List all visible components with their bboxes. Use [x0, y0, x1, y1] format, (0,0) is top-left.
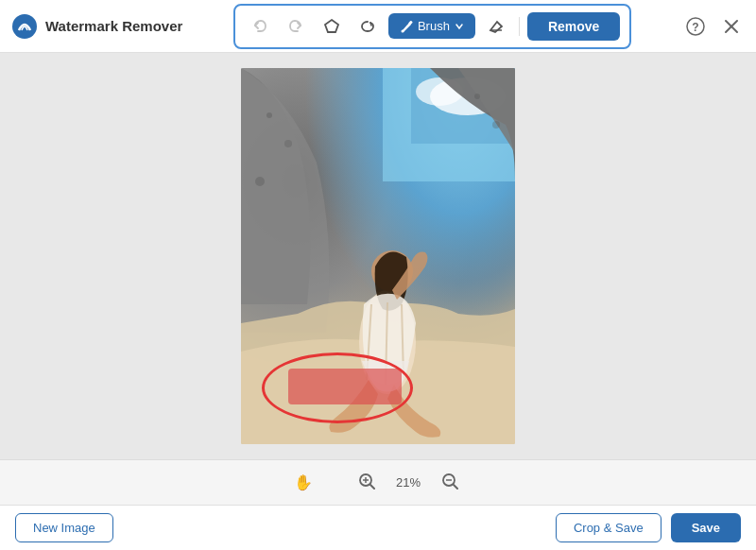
undo-button[interactable]: [245, 11, 275, 42]
help-icon: ?: [686, 17, 705, 36]
close-icon: [724, 19, 739, 34]
polygon-button[interactable]: [317, 11, 347, 42]
lasso-button[interactable]: [352, 11, 383, 42]
eraser-icon: [488, 18, 505, 35]
app-logo-icon: [11, 13, 38, 40]
header-right: ?: [682, 13, 745, 40]
app-title: Watermark Remover: [45, 18, 182, 34]
toolbar-divider: [519, 17, 520, 36]
right-actions: Crop & Save Save: [556, 513, 741, 542]
redo-icon: [287, 18, 304, 35]
svg-point-3: [401, 29, 404, 32]
svg-text:?: ?: [692, 21, 698, 34]
save-button[interactable]: Save: [671, 513, 741, 542]
svg-marker-1: [325, 20, 338, 32]
redo-button[interactable]: [281, 11, 311, 42]
toolbar: Brush Remove: [233, 4, 631, 49]
crop-save-button[interactable]: Crop & Save: [556, 513, 662, 542]
watermark-brush-area: [288, 369, 402, 404]
header-left: Watermark Remover: [11, 13, 182, 40]
svg-point-17: [492, 121, 500, 129]
zoom-bar: ✋ 21%: [0, 459, 756, 505]
new-image-button[interactable]: New Image: [15, 513, 113, 542]
brush-icon: [400, 20, 413, 33]
close-button[interactable]: [718, 13, 745, 40]
brush-chevron-icon: [455, 22, 464, 31]
brush-button[interactable]: Brush: [388, 13, 475, 39]
svg-point-15: [255, 177, 265, 186]
svg-point-16: [474, 94, 480, 99]
eraser-button[interactable]: [481, 11, 511, 42]
help-button[interactable]: ?: [682, 13, 709, 40]
header: Watermark Remover: [0, 0, 756, 53]
zoom-in-icon[interactable]: [354, 469, 379, 497]
canvas-area[interactable]: [0, 53, 756, 459]
photo[interactable]: [241, 68, 515, 444]
hand-tool-icon[interactable]: ✋: [294, 473, 313, 491]
undo-icon: [251, 18, 268, 35]
svg-point-14: [284, 140, 292, 147]
brush-label: Brush: [418, 19, 450, 33]
image-container: [241, 68, 515, 444]
svg-line-28: [454, 485, 457, 489]
lasso-icon: [359, 18, 376, 35]
bottom-bar: New Image Crop & Save Save: [0, 505, 756, 550]
zoom-percent: 21%: [390, 475, 426, 490]
zoom-out-icon[interactable]: [438, 469, 462, 497]
svg-point-13: [266, 112, 272, 118]
remove-button[interactable]: Remove: [527, 12, 620, 41]
svg-line-24: [370, 485, 374, 489]
red-brush-stroke: [288, 369, 402, 404]
polygon-icon: [323, 18, 340, 35]
